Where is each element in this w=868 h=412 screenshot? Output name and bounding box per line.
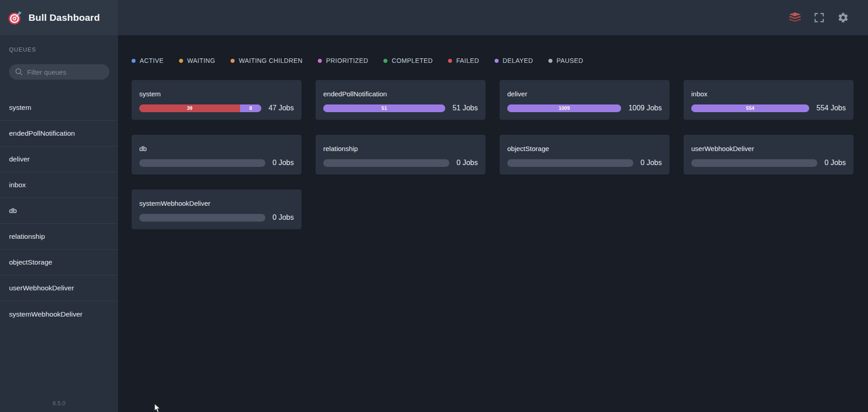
sidebar-item-db[interactable]: db	[0, 198, 118, 224]
queue-card-title[interactable]: system	[139, 90, 294, 98]
queue-card-title[interactable]: db	[139, 144, 294, 153]
queue-card-title[interactable]: endedPollNotification	[323, 90, 478, 98]
progress-segment-delayed: 554	[691, 104, 809, 112]
queue-progress-bar	[507, 159, 633, 167]
legend-dot-icon	[548, 59, 552, 63]
main-content: ACTIVEWAITINGWAITING CHILDRENPRIORITIZED…	[118, 35, 868, 412]
queue-jobs-count: 51 Jobs	[453, 104, 478, 112]
legend-item-failed: FAILED	[448, 57, 479, 64]
queue-card-system[interactable]: system39847 Jobs	[132, 80, 302, 120]
progress-segment-failed: 39	[139, 104, 240, 112]
legend-dot-icon	[231, 59, 235, 63]
legend-dot-icon	[383, 59, 387, 63]
legend-label: PAUSED	[557, 57, 583, 64]
target-logo-icon	[8, 10, 23, 25]
legend-item-waiting-children: WAITING CHILDREN	[231, 57, 302, 64]
queue-card-userWebhookDeliver[interactable]: userWebhookDeliver0 Jobs	[684, 135, 854, 175]
queues-section-label: QUEUES	[0, 35, 118, 53]
legend-dot-icon	[318, 59, 322, 63]
settings-icon[interactable]	[837, 12, 849, 24]
queue-progress-bar	[139, 214, 265, 222]
legend-label: DELAYED	[503, 57, 533, 64]
progress-segment-delayed: 1009	[507, 104, 621, 112]
sidebar-item-endedPollNotification[interactable]: endedPollNotification	[0, 121, 118, 147]
legend-item-prioritized: PRIORITIZED	[318, 57, 368, 64]
queue-jobs-count: 47 Jobs	[269, 104, 294, 112]
progress-segment-delayed: 51	[323, 104, 445, 112]
legend-dot-icon	[179, 59, 183, 63]
queue-card-db[interactable]: db0 Jobs	[132, 135, 302, 175]
queue-jobs-count: 0 Jobs	[825, 159, 846, 167]
queue-progress-row: 39847 Jobs	[139, 104, 294, 112]
legend-item-paused: PAUSED	[548, 57, 583, 64]
queue-card-title[interactable]: userWebhookDeliver	[691, 144, 846, 153]
redis-icon[interactable]	[789, 12, 801, 23]
legend-dot-icon	[495, 59, 499, 63]
queue-card-inbox[interactable]: inbox554554 Jobs	[684, 80, 854, 120]
sidebar-item-inbox[interactable]: inbox	[0, 172, 118, 198]
legend-label: WAITING CHILDREN	[239, 57, 302, 64]
sidebar-item-userWebhookDeliver[interactable]: userWebhookDeliver	[0, 275, 118, 301]
queue-progress-row: 5151 Jobs	[323, 104, 478, 112]
legend-item-completed: COMPLETED	[383, 57, 433, 64]
filter-queues-wrap	[9, 64, 109, 80]
queue-progress-bar	[691, 159, 817, 167]
queue-card-relationship[interactable]: relationship0 Jobs	[316, 135, 486, 175]
queue-progress-bar: 1009	[507, 104, 621, 112]
fullscreen-icon[interactable]	[814, 12, 825, 23]
queue-progress-bar: 398	[139, 104, 261, 112]
queue-card-title[interactable]: relationship	[323, 144, 478, 153]
queue-progress-row: 0 Jobs	[691, 159, 846, 167]
top-bar: Bull Dashboard	[0, 0, 868, 35]
brand: Bull Dashboard	[0, 0, 118, 35]
queue-progress-row: 0 Jobs	[139, 213, 294, 222]
sidebar-item-relationship[interactable]: relationship	[0, 224, 118, 250]
queue-progress-bar	[323, 159, 449, 167]
queue-progress-row: 0 Jobs	[139, 159, 294, 167]
legend-label: WAITING	[187, 57, 215, 64]
queue-card-objectStorage[interactable]: objectStorage0 Jobs	[500, 135, 670, 175]
queue-jobs-count: 0 Jobs	[273, 159, 294, 167]
legend-item-waiting: WAITING	[179, 57, 215, 64]
app-title: Bull Dashboard	[28, 12, 100, 23]
queue-card-title[interactable]: inbox	[691, 90, 846, 98]
queue-jobs-count: 1009 Jobs	[628, 104, 662, 112]
legend-label: COMPLETED	[392, 57, 433, 64]
queue-jobs-count: 0 Jobs	[457, 159, 478, 167]
sidebar-item-systemWebhookDeliver[interactable]: systemWebhookDeliver	[0, 301, 118, 327]
queue-progress-row: 554554 Jobs	[691, 104, 846, 112]
queue-card-title[interactable]: objectStorage	[507, 144, 662, 153]
sidebar-item-deliver[interactable]: deliver	[0, 147, 118, 172]
legend-item-active: ACTIVE	[132, 57, 164, 64]
sidebar-item-system[interactable]: system	[0, 95, 118, 121]
status-legend: ACTIVEWAITINGWAITING CHILDRENPRIORITIZED…	[132, 57, 854, 64]
queue-card-title[interactable]: deliver	[507, 90, 662, 98]
queue-progress-bar: 554	[691, 104, 809, 112]
legend-label: FAILED	[456, 57, 479, 64]
search-icon	[15, 68, 23, 78]
queue-card-title[interactable]: systemWebhookDeliver	[139, 199, 294, 208]
queue-card-systemWebhookDeliver[interactable]: systemWebhookDeliver0 Jobs	[132, 189, 302, 229]
sidebar: QUEUES systemendedPollNotificationdelive…	[0, 35, 118, 412]
sidebar-menu: systemendedPollNotificationdeliverinboxd…	[0, 95, 118, 327]
legend-label: PRIORITIZED	[326, 57, 368, 64]
filter-queues-input[interactable]	[9, 64, 109, 80]
queue-card-grid: system39847 JobsendedPollNotification515…	[132, 80, 854, 229]
legend-dot-icon	[448, 59, 452, 63]
legend-item-delayed: DELAYED	[495, 57, 533, 64]
queue-jobs-count: 0 Jobs	[641, 159, 662, 167]
queue-card-deliver[interactable]: deliver10091009 Jobs	[500, 80, 670, 120]
queue-progress-bar	[139, 159, 265, 167]
legend-label: ACTIVE	[140, 57, 164, 64]
progress-segment-delayed: 8	[240, 104, 261, 112]
queue-progress-bar: 51	[323, 104, 445, 112]
sidebar-item-objectStorage[interactable]: objectStorage	[0, 250, 118, 275]
queue-progress-row: 0 Jobs	[507, 159, 662, 167]
queue-card-endedPollNotification[interactable]: endedPollNotification5151 Jobs	[316, 80, 486, 120]
queue-jobs-count: 554 Jobs	[816, 104, 846, 112]
queue-jobs-count: 0 Jobs	[273, 213, 294, 222]
queue-progress-row: 0 Jobs	[323, 159, 478, 167]
legend-dot-icon	[132, 59, 136, 63]
version-label: 6.5.0	[0, 400, 118, 412]
queue-progress-row: 10091009 Jobs	[507, 104, 662, 112]
